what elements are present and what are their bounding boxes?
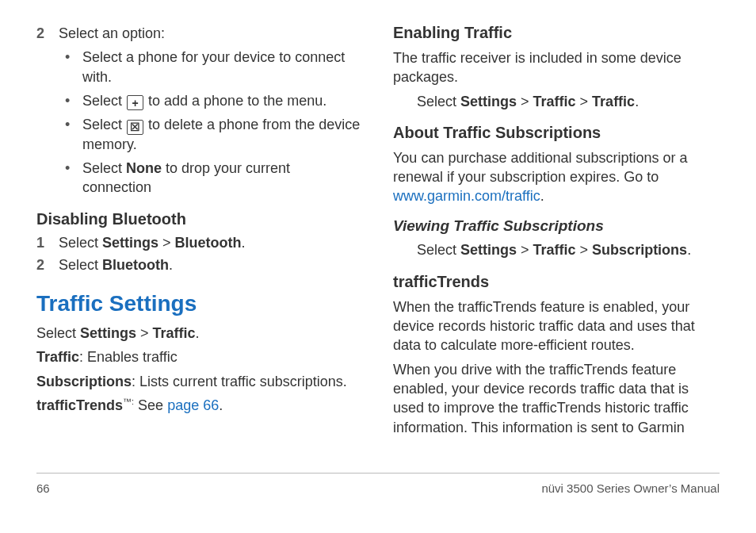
trademark: ™: [123, 397, 134, 406]
option-text-pre: Select [82, 117, 126, 132]
manual-title: nüvi 3500 Series Owner’s Manual [541, 481, 720, 495]
bold-subscriptions: Subscriptions [592, 242, 687, 258]
ts-traffictrends-line: trafficTrends™: See page 66. [36, 396, 363, 415]
step-number: 1 [36, 233, 59, 252]
text: See [134, 397, 167, 413]
about-subs-head: About Traffic Subscriptions [393, 122, 720, 144]
bold-traffic: Traffic [533, 94, 576, 109]
text: . [219, 397, 223, 413]
db-step-1: 1 Select Settings > Bluetooth. [36, 233, 363, 252]
step-number: 2 [36, 24, 59, 43]
bold-traffictrends: trafficTrends [36, 397, 123, 413]
viewing-subs-head: Viewing Traffic Subscriptions [393, 216, 720, 236]
step-text: Select Settings > Bluetooth. [59, 233, 363, 252]
enabling-traffic-head: Enabling Traffic [393, 22, 720, 44]
db-step-2: 2 Select Bluetooth. [36, 255, 363, 274]
page-footer: 66 nüvi 3500 Series Owner’s Manual [36, 473, 720, 495]
text: Select [417, 94, 460, 109]
separator: > [576, 94, 593, 109]
bold-traffic: Traffic [592, 94, 635, 109]
viewing-select-line: Select Settings > Traffic > Subscription… [393, 240, 720, 259]
list-item: Select ☒ to delete a phone from the devi… [65, 115, 363, 154]
list-item: Select None to drop your current connect… [65, 159, 363, 197]
traffictrends-head: trafficTrends [393, 271, 720, 293]
ts-select-line: Select Settings > Traffic. [36, 324, 363, 343]
bold-bluetooth: Bluetooth [102, 257, 169, 273]
bold-settings: Settings [80, 325, 136, 341]
option-text-pre: Select [82, 160, 126, 176]
page-columns: 2 Select an option: Select a phone for y… [0, 0, 756, 473]
bold-settings: Settings [102, 235, 158, 251]
list-item: Select + to add a phone to the menu. [65, 91, 363, 111]
text: You can purchase additional subscription… [393, 150, 688, 185]
text: . [196, 325, 200, 341]
traffictrends-para1: When the trafficTrends feature is enable… [393, 297, 720, 355]
traffic-settings-title: Traffic Settings [36, 289, 363, 319]
text: . [687, 242, 691, 258]
bold-settings: Settings [460, 242, 517, 258]
disabling-bluetooth-head: Disabling Bluetooth [36, 209, 363, 230]
list-item: Select a phone for your device to connec… [65, 48, 363, 86]
separator: > [576, 242, 593, 258]
step-number: 2 [36, 255, 59, 274]
text: Select [417, 242, 460, 258]
separator: > [517, 242, 533, 258]
step-text: Select Bluetooth. [59, 255, 363, 274]
enabling-select-line: Select Settings > Traffic > Traffic. [393, 92, 720, 111]
step-text: Select an option: [59, 24, 363, 43]
ts-traffic-line: Traffic: Enables traffic [36, 347, 363, 366]
text: Select [36, 325, 80, 341]
external-link[interactable]: www.garmin.com/traffic [393, 188, 540, 204]
separator: > [517, 94, 533, 109]
separator: > [136, 325, 153, 341]
enabling-para: The traffic receiver is included in some… [393, 48, 720, 87]
about-subs-para: You can purchase additional subscription… [393, 148, 720, 206]
bold-traffic: Traffic [153, 325, 196, 341]
text: . [540, 188, 544, 204]
page-link[interactable]: page 66 [167, 397, 219, 413]
traffictrends-para2: When you drive with the trafficTrends fe… [393, 360, 720, 437]
text: . [242, 235, 246, 251]
bold-settings: Settings [460, 94, 517, 109]
right-column: Enabling Traffic The traffic receiver is… [393, 22, 720, 473]
ts-subs-line: Subscriptions: Lists current traffic sub… [36, 372, 363, 391]
plus-icon: + [127, 95, 143, 110]
text: : Enables traffic [79, 349, 178, 365]
page-number: 66 [36, 481, 50, 495]
text: : Lists current traffic subscriptions. [132, 374, 347, 389]
option-text: Select a phone for your device to connec… [82, 49, 345, 84]
text: . [169, 257, 173, 273]
option-text-post: to add a phone to the menu. [144, 93, 326, 109]
option-list: Select a phone for your device to connec… [36, 48, 363, 197]
left-column: 2 Select an option: Select a phone for y… [36, 22, 363, 473]
bold-none: None [126, 160, 162, 176]
bold-traffic: Traffic [533, 242, 576, 258]
text: Select [59, 235, 102, 251]
bold-traffic: Traffic [36, 349, 79, 365]
step-2-row: 2 Select an option: [36, 24, 363, 43]
delete-icon: ☒ [127, 120, 143, 135]
bold-subscriptions: Subscriptions [36, 374, 132, 389]
bold-bluetooth: Bluetooth [175, 235, 242, 251]
text: Select [59, 257, 102, 273]
text: . [635, 94, 639, 109]
option-text-pre: Select [82, 93, 126, 109]
separator: > [158, 235, 175, 251]
